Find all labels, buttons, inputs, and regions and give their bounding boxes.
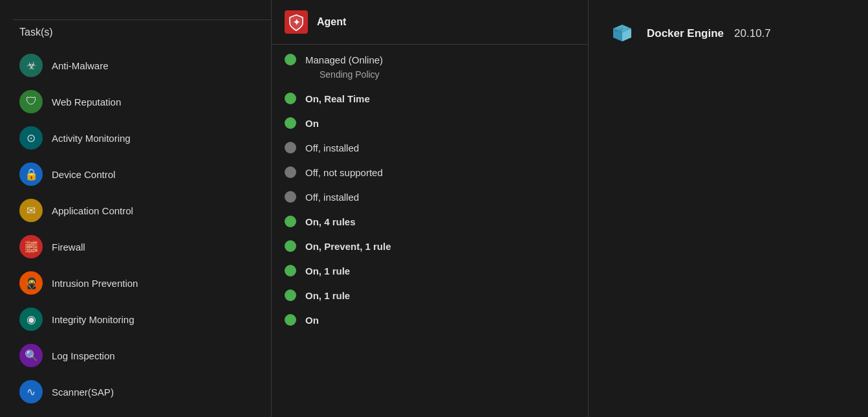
status-row-3: Off, not supported	[272, 160, 588, 185]
status-row-0: On, Real Time	[272, 86, 588, 111]
status-text-4: Off, installed	[305, 192, 359, 203]
task-label-ips: Intrusion Prevention	[52, 278, 138, 289]
task-label-scanner: Scanner(SAP)	[52, 387, 114, 398]
svg-rect-8	[618, 29, 622, 32]
docker-icon	[608, 19, 636, 48]
status-row-4: Off, installed	[272, 185, 588, 209]
task-icon-devctrl: 🔒	[19, 163, 43, 186]
status-dot-1	[285, 117, 296, 129]
status-text-3: Off, not supported	[305, 167, 383, 178]
status-text-8: On, 1 rule	[305, 290, 350, 301]
status-list: On, Real TimeOnOff, installedOff, not su…	[272, 86, 588, 332]
task-icon-integrity: ◉	[19, 308, 43, 331]
status-text-1: On	[305, 118, 319, 129]
task-row-scanner: ∿Scanner(SAP)	[13, 374, 271, 410]
task-row-actmon: ⊙Activity Monitoring	[13, 120, 271, 156]
status-dot-4	[285, 191, 296, 203]
agent-header-label: Agent	[317, 16, 346, 28]
right-panel: Docker Engine 20.10.7	[589, 0, 868, 417]
task-label-webrep: Web Reputation	[52, 96, 121, 107]
svg-rect-9	[624, 27, 627, 29]
task-label-integrity: Integrity Monitoring	[52, 314, 135, 325]
status-text-9: On	[305, 315, 319, 326]
status-text-2: Off, installed	[305, 142, 359, 153]
docker-version: 20.10.7	[734, 27, 771, 40]
task-row-antimalware: ☣Anti-Malware	[13, 47, 271, 84]
status-text-7: On, 1 rule	[305, 265, 350, 276]
task-row-ips: 🥷Intrusion Prevention	[13, 265, 271, 301]
left-panel: Task(s) ☣Anti-Malware🛡Web Reputation⊙Act…	[0, 0, 272, 417]
status-dot-5	[285, 216, 296, 227]
docker-label: Docker Engine	[647, 27, 724, 40]
task-list: ☣Anti-Malware🛡Web Reputation⊙Activity Mo…	[13, 47, 271, 410]
task-icon-firewall: 🧱	[19, 235, 43, 258]
task-icon-ips: 🥷	[19, 271, 43, 295]
task-label-actmon: Activity Monitoring	[52, 133, 131, 144]
managed-row: Managed (Online)	[272, 45, 588, 68]
managed-label: Managed (Online)	[305, 54, 383, 65]
docker-row: Docker Engine 20.10.7	[608, 13, 849, 48]
svg-rect-7	[614, 29, 618, 32]
status-dot-9	[285, 314, 296, 326]
sending-policy-label: Sending Policy	[272, 68, 588, 86]
task-label-appctrl: Application Control	[52, 205, 133, 216]
task-row-appctrl: ✉Application Control	[13, 192, 271, 229]
status-dot-0	[285, 93, 296, 104]
task-row-webrep: 🛡Web Reputation	[13, 84, 271, 120]
status-row-5: On, 4 rules	[272, 209, 588, 234]
status-row-2: Off, installed	[272, 135, 588, 160]
task-row-devctrl: 🔒Device Control	[13, 156, 271, 192]
managed-dot	[285, 54, 296, 65]
task-label-devctrl: Device Control	[52, 169, 115, 180]
task-row-loginsp: 🔍Log Inspection	[13, 337, 271, 374]
status-row-1: On	[272, 111, 588, 135]
task-label-antimalware: Anti-Malware	[52, 60, 109, 71]
middle-panel: ✦ Agent Managed (Online) Sending Policy …	[272, 0, 589, 417]
status-row-6: On, Prevent, 1 rule	[272, 234, 588, 258]
status-dot-8	[285, 289, 296, 301]
task-icon-scanner: ∿	[19, 380, 43, 403]
agent-header: ✦ Agent	[272, 0, 588, 45]
status-row-7: On, 1 rule	[272, 258, 588, 283]
svg-text:✦: ✦	[293, 17, 300, 27]
status-dot-2	[285, 142, 296, 153]
status-dot-3	[285, 166, 296, 178]
task-icon-actmon: ⊙	[19, 126, 43, 150]
status-text-6: On, Prevent, 1 rule	[305, 241, 391, 252]
task-icon-antimalware: ☣	[19, 54, 43, 77]
status-text-0: On, Real Time	[305, 93, 370, 104]
status-dot-7	[285, 265, 296, 276]
status-text-5: On, 4 rules	[305, 216, 356, 227]
status-row-8: On, 1 rule	[272, 283, 588, 308]
task-icon-loginsp: 🔍	[19, 344, 43, 367]
task-row-integrity: ◉Integrity Monitoring	[13, 301, 271, 337]
task-icon-appctrl: ✉	[19, 199, 43, 222]
tasks-header: Task(s)	[13, 19, 271, 47]
task-label-loginsp: Log Inspection	[52, 350, 115, 361]
task-label-firewall: Firewall	[52, 242, 85, 253]
status-row-9: On	[272, 308, 588, 332]
status-dot-6	[285, 240, 296, 252]
task-icon-webrep: 🛡	[19, 90, 43, 113]
task-row-firewall: 🧱Firewall	[13, 229, 271, 265]
agent-shield-icon: ✦	[285, 10, 308, 34]
